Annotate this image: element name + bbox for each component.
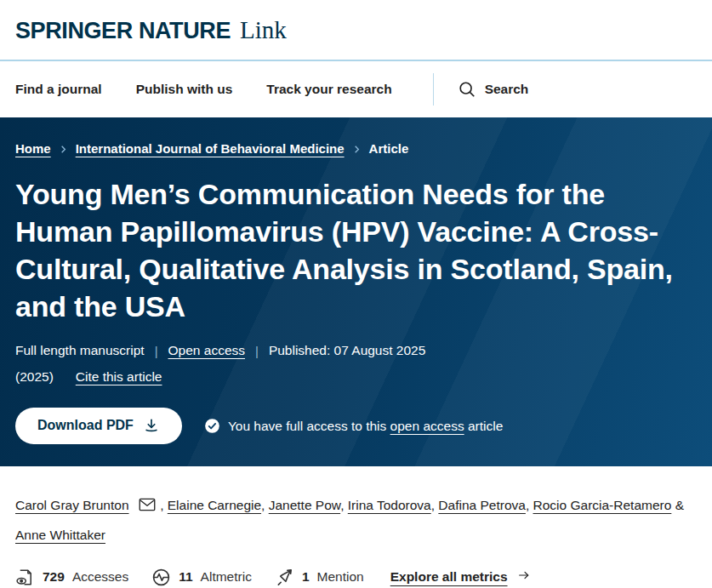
breadcrumb-article: Article xyxy=(369,141,409,156)
author-separator: , xyxy=(261,498,269,512)
site-header: SPRINGER NATURE Link xyxy=(0,0,712,61)
nav-track-your-research[interactable]: Track your research xyxy=(266,82,391,97)
publication-year: (2025) xyxy=(15,369,54,385)
check-circle-icon xyxy=(204,418,220,434)
breadcrumb-home[interactable]: Home xyxy=(15,141,51,156)
accesses-icon xyxy=(15,568,35,587)
cite-this-article-link[interactable]: Cite this article xyxy=(76,369,162,385)
article-meta-row-2: (2025) Cite this article xyxy=(15,369,697,385)
author-separator: , xyxy=(340,498,348,512)
springer-nature-link-logo[interactable]: SPRINGER NATURE Link xyxy=(15,16,287,44)
published-date: Published: 07 August 2025 xyxy=(269,343,425,358)
chevron-right-icon xyxy=(352,144,362,154)
mention-value: 1 xyxy=(302,569,310,585)
download-pdf-label: Download PDF xyxy=(37,418,134,433)
author-link[interactable]: Rocio Garcia-Retamero xyxy=(533,498,672,512)
author-separator: , xyxy=(526,498,533,512)
author-link[interactable]: Elaine Carnegie xyxy=(168,498,261,512)
author-list: Carol Gray Brunton , Elaine Carnegie, Ja… xyxy=(15,492,696,549)
author-separator: & xyxy=(671,498,684,512)
author-link[interactable]: Anne Whittaker xyxy=(15,528,105,542)
breadcrumb: Home International Journal of Behavioral… xyxy=(15,141,697,156)
altmetric-value: 11 xyxy=(179,569,192,585)
article-meta-row: Full length manuscript | Open access | P… xyxy=(15,343,697,358)
mention-megaphone-icon xyxy=(275,568,294,587)
author-link[interactable]: Irina Todorova xyxy=(348,498,431,512)
author-link[interactable]: Janette Pow xyxy=(269,498,340,512)
accesses-value: 729 xyxy=(43,569,65,585)
metric-accesses: 729 Accesses xyxy=(15,568,128,587)
mention-label: Mention xyxy=(317,569,364,585)
altmetric-icon xyxy=(151,568,171,587)
metric-mention: 1 Mention xyxy=(275,568,364,587)
article-type: Full length manuscript xyxy=(15,343,145,358)
article-hero: Home International Journal of Behavioral… xyxy=(0,117,712,466)
main-nav: Find a journal Publish with us Track you… xyxy=(0,61,712,117)
metric-altmetric: 11 Altmetric xyxy=(151,568,252,587)
search-icon xyxy=(458,80,476,99)
explore-all-metrics-label: Explore all metrics xyxy=(390,569,508,585)
meta-separator: | xyxy=(155,344,158,358)
access-note: You have full access to this open access… xyxy=(204,418,503,434)
download-icon xyxy=(143,417,160,434)
article-info: Carol Gray Brunton , Elaine Carnegie, Ja… xyxy=(0,466,712,586)
author-link[interactable]: Dafina Petrova xyxy=(438,498,526,512)
nav-find-a-journal[interactable]: Find a journal xyxy=(15,82,102,97)
chevron-right-icon xyxy=(59,144,68,154)
meta-separator: | xyxy=(255,344,259,358)
arrow-right-icon xyxy=(516,568,532,585)
accesses-label: Accesses xyxy=(72,569,128,585)
breadcrumb-journal[interactable]: International Journal of Behavioral Medi… xyxy=(76,141,345,156)
download-pdf-button[interactable]: Download PDF xyxy=(15,408,182,444)
access-note-text: You have full access to this open access… xyxy=(228,419,503,434)
nav-publish-with-us[interactable]: Publish with us xyxy=(136,82,233,97)
search-button[interactable]: Search xyxy=(458,80,529,99)
cta-row: Download PDF You have xyxy=(15,408,697,444)
open-access-link[interactable]: Open access xyxy=(168,343,245,358)
page: SPRINGER NATURE Link Find a journal Publ… xyxy=(0,0,712,587)
search-label: Search xyxy=(485,82,529,97)
logo-springer-nature: SPRINGER NATURE xyxy=(15,18,231,44)
article-title: Young Men’s Communication Needs for the … xyxy=(15,176,682,325)
logo-link: Link xyxy=(240,16,287,44)
email-envelope-icon[interactable] xyxy=(139,494,156,522)
metrics-row: 729 Accesses 11 Altmetric xyxy=(15,568,697,587)
altmetric-label: Altmetric xyxy=(201,569,252,585)
author-link[interactable]: Carol Gray Brunton xyxy=(15,498,129,512)
explore-all-metrics-link[interactable]: Explore all metrics xyxy=(390,568,532,585)
access-note-open-access-link[interactable]: open access xyxy=(390,419,464,433)
author-separator: , xyxy=(160,498,168,512)
nav-divider xyxy=(433,73,434,106)
